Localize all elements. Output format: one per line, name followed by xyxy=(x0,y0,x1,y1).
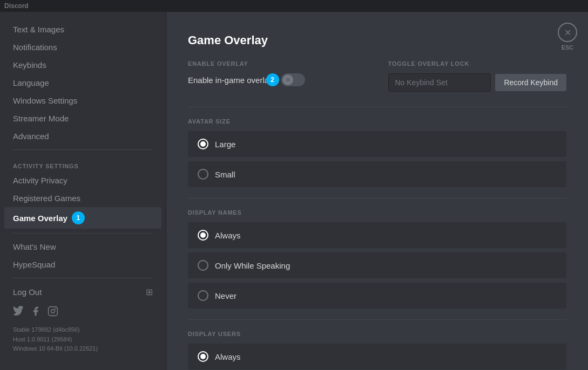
sidebar-item-registered-games[interactable]: Registered Games xyxy=(4,189,161,207)
overlay-settings-row: Enable Overlay Enable in-game overlay. 2… xyxy=(188,60,566,92)
toggle-wrapper: 2 ✕ xyxy=(281,73,305,86)
radio-large-dot xyxy=(200,141,206,147)
sidebar: Text & Images Notifications Keybinds Lan… xyxy=(0,12,166,370)
sidebar-item-windows-settings[interactable]: Windows Settings xyxy=(4,92,161,109)
radio-speaking-circle xyxy=(198,260,208,271)
esc-label: ESC xyxy=(562,44,574,51)
avatar-size-small[interactable]: Small xyxy=(188,161,566,187)
facebook-icon[interactable] xyxy=(30,306,41,317)
avatar-large-label: Large xyxy=(215,140,235,149)
radio-never-circle xyxy=(198,290,208,301)
avatar-size-label: Avatar Size xyxy=(188,118,566,125)
badge-1: 1 xyxy=(72,211,85,224)
display-names-speaking-label: Only While Speaking xyxy=(215,261,290,270)
display-names-label: Display Names xyxy=(188,209,566,216)
section-divider-3 xyxy=(188,319,566,320)
display-names-never[interactable]: Never xyxy=(188,283,566,309)
radio-always-circle xyxy=(198,230,208,241)
display-names-always-label: Always xyxy=(215,231,241,240)
sidebar-item-game-overlay[interactable]: Game Overlay 1 xyxy=(4,207,161,229)
sidebar-item-whats-new[interactable]: What's New xyxy=(4,238,161,256)
sidebar-item-text-images[interactable]: Text & Images xyxy=(4,20,161,38)
display-names-section: Display Names Always Only While Speaking… xyxy=(188,209,566,309)
badge-2: 2 xyxy=(266,73,279,86)
section-divider-1 xyxy=(188,107,566,107)
twitter-icon[interactable] xyxy=(13,306,24,317)
instagram-icon[interactable] xyxy=(48,306,58,317)
section-divider-2 xyxy=(188,198,566,198)
keybind-input[interactable]: No Keybind Set xyxy=(388,73,491,92)
sidebar-item-streamer-mode[interactable]: Streamer Mode xyxy=(4,109,161,127)
toggle-x-icon: ✕ xyxy=(286,77,290,83)
sidebar-divider-3 xyxy=(13,278,153,278)
sidebar-item-hypesquad[interactable]: HypeSquad xyxy=(4,256,161,273)
record-keybind-button[interactable]: Record Keybind xyxy=(495,74,566,91)
svg-point-1 xyxy=(51,310,55,313)
enable-overlay-row: Enable in-game overlay. 2 ✕ xyxy=(188,73,367,86)
avatar-size-section: Avatar Size Large Small xyxy=(188,118,566,187)
sidebar-item-notifications[interactable]: Notifications xyxy=(4,38,161,56)
svg-rect-0 xyxy=(49,307,58,316)
enable-overlay-label: Enable Overlay xyxy=(188,60,367,67)
display-names-never-label: Never xyxy=(215,291,236,300)
display-users-label: Display Users xyxy=(188,331,566,337)
display-users-always[interactable]: Always xyxy=(188,344,566,369)
radio-large-circle xyxy=(198,139,208,149)
svg-point-2 xyxy=(55,308,56,310)
sidebar-item-language[interactable]: Language xyxy=(4,74,161,92)
app-title: Discord xyxy=(4,2,29,10)
activity-settings-label: Activity Settings xyxy=(4,154,161,172)
toggle-overlay-lock-col: Toggle Overlay Lock No Keybind Set Recor… xyxy=(388,60,567,92)
toggle-overlay-lock-label: Toggle Overlay Lock xyxy=(388,60,567,67)
sidebar-divider-1 xyxy=(13,149,153,150)
sidebar-item-advanced[interactable]: Advanced xyxy=(4,127,161,145)
sidebar-item-activity-privacy[interactable]: Activity Privacy xyxy=(4,172,161,189)
display-users-section: Display Users Always Only While Speaking xyxy=(188,331,566,370)
sidebar-footer: Stable 179882 (d4bc856) Host 1.0.9011 (2… xyxy=(4,321,161,358)
display-users-always-label: Always xyxy=(215,352,241,361)
esc-button[interactable]: ✕ ESC xyxy=(558,23,577,51)
display-names-speaking[interactable]: Only While Speaking xyxy=(188,252,566,278)
radio-users-always-dot xyxy=(200,354,206,359)
radio-small-circle xyxy=(198,169,208,180)
enable-overlay-description: Enable in-game overlay. xyxy=(188,76,275,85)
enable-overlay-col: Enable Overlay Enable in-game overlay. 2… xyxy=(188,60,367,86)
social-icons xyxy=(4,302,161,321)
sidebar-divider-2 xyxy=(13,233,153,234)
log-out-button[interactable]: Log Out ⊞ xyxy=(4,283,161,302)
sidebar-item-keybinds[interactable]: Keybinds xyxy=(4,56,161,74)
avatar-small-label: Small xyxy=(215,170,235,179)
enable-overlay-toggle[interactable]: ✕ xyxy=(281,73,305,86)
display-names-always[interactable]: Always xyxy=(188,222,566,248)
radio-always-dot xyxy=(200,232,206,238)
radio-users-always-circle xyxy=(198,351,208,362)
main-content: ✕ ESC Game Overlay Enable Overlay Enable… xyxy=(166,12,588,370)
esc-icon: ✕ xyxy=(558,23,577,42)
page-title: Game Overlay xyxy=(188,33,566,47)
avatar-size-large[interactable]: Large xyxy=(188,131,566,157)
toggle-knob: ✕ xyxy=(282,74,293,85)
keybind-row: No Keybind Set Record Keybind xyxy=(388,73,567,92)
